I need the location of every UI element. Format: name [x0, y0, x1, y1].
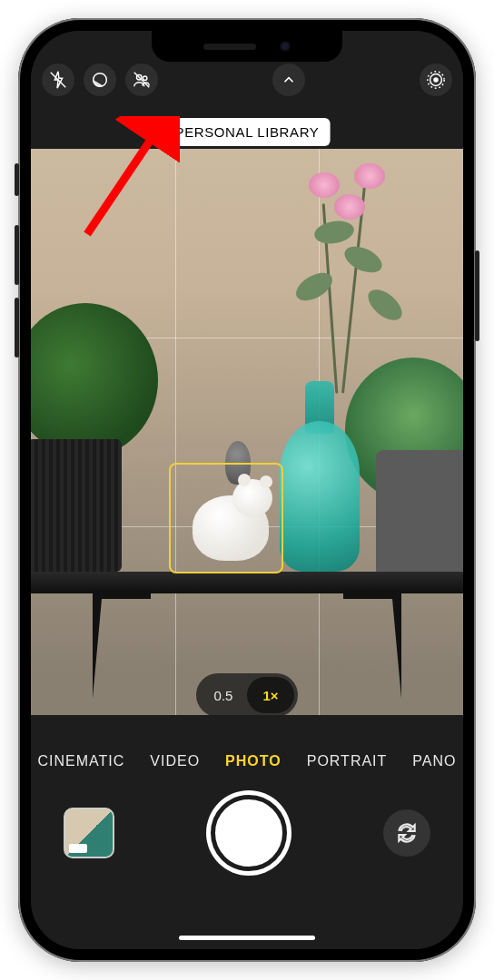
scene-pot [31, 439, 122, 572]
zoom-option-1x[interactable]: 1× [247, 677, 294, 713]
camera-viewfinder[interactable] [31, 149, 463, 715]
last-photo-thumbnail[interactable] [64, 808, 114, 858]
shutter-button[interactable] [211, 795, 287, 871]
night-mode-icon[interactable] [84, 64, 116, 96]
mode-cinematic[interactable]: CINEMATIC [38, 753, 125, 769]
scene-plant [31, 303, 158, 457]
camera-bottom-controls: CINEMATIC VIDEO PHOTO PORTRAIT PANO [31, 740, 463, 949]
camera-app-screen: PERSONAL LIBRARY [31, 31, 463, 949]
library-indicator-pill[interactable]: PERSONAL LIBRARY [164, 118, 331, 146]
zoom-selector: 0.5 1× [196, 673, 298, 717]
scene-stems [289, 167, 398, 394]
grid-line [175, 149, 176, 715]
mode-video[interactable]: VIDEO [150, 753, 200, 769]
camera-mode-strip[interactable]: CINEMATIC VIDEO PHOTO PORTRAIT PANO [38, 753, 457, 769]
flash-off-icon[interactable] [42, 64, 74, 96]
scene-vase [269, 381, 370, 572]
svg-point-3 [143, 76, 146, 80]
mode-photo[interactable]: PHOTO [225, 753, 282, 769]
device-notch [152, 31, 342, 62]
mode-portrait[interactable]: PORTRAIT [307, 753, 388, 769]
scene-pot [376, 450, 463, 573]
shared-library-off-icon[interactable] [125, 64, 158, 96]
chevron-up-icon[interactable] [272, 64, 305, 96]
camera-flip-button[interactable] [383, 809, 430, 857]
zoom-option-0_5[interactable]: 0.5 [200, 677, 247, 713]
live-photo-icon[interactable] [420, 64, 452, 96]
scene-shelf-bracket [340, 590, 405, 708]
focus-indicator [169, 463, 283, 573]
mode-pano[interactable]: PANO [412, 753, 456, 769]
scene-shelf-bracket [89, 590, 154, 708]
svg-point-5 [433, 77, 439, 83]
home-indicator[interactable] [179, 936, 315, 940]
